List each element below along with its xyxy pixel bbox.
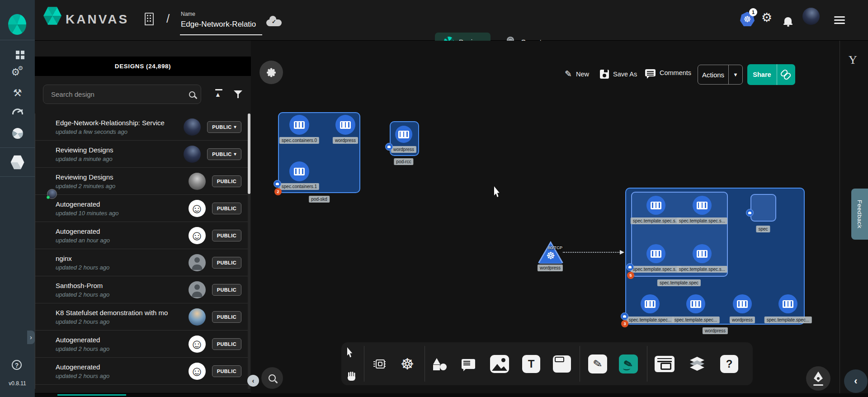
actions-button[interactable]: Actions ▼ (698, 65, 743, 85)
right-dock-icon[interactable]: Y (849, 53, 857, 67)
sidebar-item-meshery[interactable] (0, 128, 35, 139)
sidebar-item-configuration[interactable]: ⚒ (0, 88, 35, 98)
node-container[interactable] (693, 244, 712, 263)
visibility-badge[interactable]: PUBLIC (212, 257, 241, 269)
note-tool[interactable] (552, 354, 572, 374)
chevron-down-icon[interactable]: ▼ (729, 72, 742, 77)
visibility-badge[interactable]: PUBLIC (212, 230, 241, 241)
pan-tool[interactable] (341, 366, 361, 386)
meshery-logo-icon[interactable] (8, 14, 26, 35)
chevron-down-icon[interactable]: ▾ (234, 151, 236, 156)
cursor-icon (347, 347, 356, 358)
list-item[interactable]: K8 Statefulset demonstration with moupda… (35, 303, 248, 331)
visibility-badge[interactable]: PUBLIC (212, 203, 241, 214)
visibility-badge[interactable]: PUBLIC (212, 284, 241, 296)
filter-icon[interactable] (234, 90, 242, 98)
list-item[interactable]: Autogeneratedupdated 2 hours ago☺PUBLIC (35, 331, 248, 358)
import-design-icon[interactable] (215, 89, 223, 99)
chevron-down-icon[interactable]: ▾ (234, 124, 236, 129)
list-item[interactable]: Autogeneratedupdated 10 minutes ago☺PUBL… (35, 195, 248, 222)
select-tool[interactable] (341, 342, 361, 362)
visibility-badge[interactable]: PUBLIC (212, 365, 241, 377)
error-count-badge[interactable]: 2 (274, 188, 282, 195)
organization-icon[interactable] (145, 13, 154, 25)
list-item[interactable]: Reviewing Designsupdated a minute agoPUB… (35, 141, 248, 168)
user-avatar[interactable] (802, 8, 820, 25)
pod-badge-icon[interactable] (621, 312, 628, 320)
node-label: wordpress (391, 146, 416, 153)
node-container[interactable] (778, 294, 797, 313)
node-spec[interactable] (750, 194, 776, 222)
help-button[interactable]: ? (12, 360, 22, 370)
error-count-badge[interactable]: 5 (627, 272, 634, 279)
collapse-right-button[interactable]: ‹ (844, 369, 868, 393)
pod-badge-icon[interactable] (385, 143, 393, 151)
collapse-designs-panel-handle[interactable]: ‹ (247, 375, 259, 387)
pen-tool[interactable]: ✎ (588, 354, 608, 374)
node-service-wordpress[interactable]: ☸ (538, 241, 564, 264)
flower-icon (266, 67, 276, 77)
archive-tool[interactable] (655, 354, 675, 374)
node-container[interactable] (693, 196, 712, 215)
new-button[interactable]: ✎ New (565, 70, 589, 78)
zoom-button[interactable] (261, 367, 283, 389)
error-count-badge[interactable]: 3 (621, 320, 628, 327)
sidebar-item-dashboard[interactable] (0, 51, 35, 54)
save-as-button[interactable]: Save As (600, 70, 637, 79)
design-canvas[interactable]: ✎ New Save As Comments Actions ▼ Share Y… (251, 41, 868, 393)
list-item[interactable]: Autogeneratedupdated an hour ago☺PUBLIC (35, 222, 248, 249)
shapes-tool[interactable] (430, 354, 450, 374)
copy-link-icon[interactable] (777, 69, 795, 80)
list-item[interactable]: nginxupdated 2 hours agoPUBLIC (35, 249, 248, 276)
pod-badge-icon[interactable] (626, 263, 634, 271)
notifications-bell-icon[interactable] (784, 17, 792, 24)
network-edge[interactable] (563, 252, 623, 253)
image-tool[interactable] (490, 354, 509, 374)
visibility-badge[interactable]: PUBLIC▾ (207, 148, 241, 160)
group-label: wordpress (703, 327, 728, 334)
pencil-icon: ✎ (565, 70, 572, 78)
feedback-tab[interactable]: Feedback (851, 189, 868, 240)
node-container[interactable] (733, 294, 752, 313)
node-container[interactable] (335, 115, 355, 135)
sidebar-item-lifecycle[interactable] (0, 68, 35, 79)
expand-panel-handle[interactable]: › (27, 331, 35, 344)
menu-hamburger-icon[interactable] (834, 16, 845, 18)
share-button[interactable]: Share (747, 64, 795, 85)
text-tool[interactable]: T (521, 354, 541, 374)
pod-badge-icon[interactable] (274, 180, 281, 188)
node-container[interactable] (646, 244, 665, 263)
visibility-badge[interactable]: PUBLIC (212, 175, 241, 187)
visibility-badge[interactable]: PUBLIC (212, 338, 241, 350)
list-item[interactable]: Autogeneratedupdated 2 hours ago☺PUBLIC (35, 358, 248, 385)
visibility-badge[interactable]: PUBLIC▾ (207, 121, 241, 133)
comments-button[interactable]: Comments (645, 69, 691, 76)
freehand-tool[interactable]: ✎ (618, 354, 638, 374)
node-group-template[interactable] (631, 192, 728, 277)
node-container[interactable] (289, 115, 309, 135)
canvas-menu-button[interactable] (259, 61, 283, 84)
scrollbar-thumb[interactable] (248, 113, 250, 194)
design-name-input[interactable]: Edge-Network-Relatio (181, 20, 260, 29)
node-container[interactable] (646, 196, 665, 215)
node-container[interactable] (641, 294, 660, 313)
sidebar-item-performance[interactable] (0, 109, 35, 114)
comment-tool[interactable] (458, 354, 478, 374)
kubernetes-components-tool[interactable]: ☸ (397, 354, 417, 374)
design-mode-button[interactable] (806, 366, 830, 391)
pod-badge-icon[interactable] (746, 209, 754, 217)
list-item[interactable]: Edge-Network-Relationship: Serviceupdate… (35, 113, 248, 141)
help-tool[interactable]: ? (719, 354, 739, 374)
node-container[interactable] (289, 161, 309, 181)
list-item[interactable]: Santhosh-Promupdated 2 hours agoPUBLIC (35, 276, 248, 303)
settings-gear-icon[interactable]: ⚙ (761, 12, 772, 24)
visibility-badge[interactable]: PUBLIC (212, 311, 241, 323)
list-item[interactable]: Reviewing Designsupdated 2 minutes agoPU… (35, 168, 248, 195)
layers-tool[interactable] (687, 354, 707, 374)
panel-scrollbar[interactable] (248, 113, 250, 389)
components-tool[interactable] (370, 354, 390, 374)
search-input[interactable] (50, 90, 189, 99)
node-container[interactable] (395, 126, 412, 143)
node-container[interactable] (686, 294, 705, 313)
sidebar-item-kanvas[interactable] (0, 155, 35, 170)
